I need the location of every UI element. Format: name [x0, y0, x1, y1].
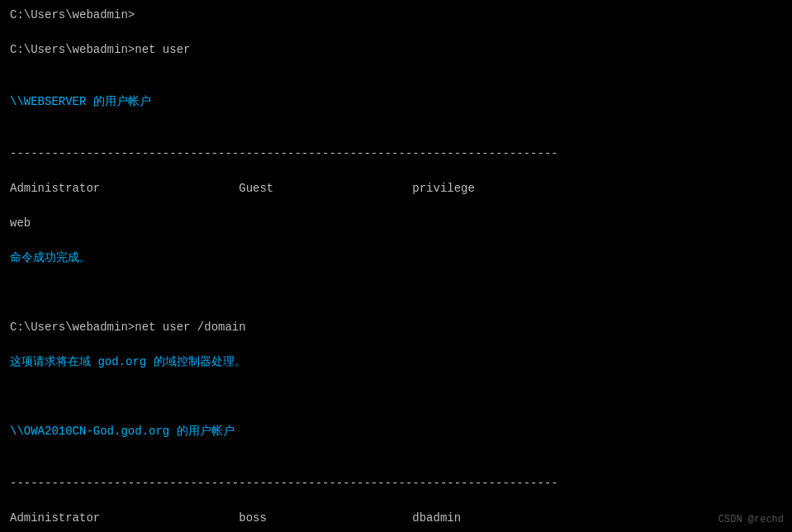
watermark: CSDN @rechd	[718, 512, 784, 527]
terminal-line: ----------------------------------------…	[10, 475, 782, 492]
terminal-line: web	[10, 215, 782, 232]
terminal-output: C:\Users\webadmin> C:\Users\webadmin>net…	[10, 7, 782, 532]
terminal-line: 这项请求将在域 god.org 的域控制器处理。	[10, 354, 782, 371]
terminal-line: Administrator Guest privilege	[10, 180, 782, 197]
terminal-line: C:\Users\webadmin>net user	[10, 41, 782, 59]
terminal-line: 命令成功完成。	[10, 249, 782, 267]
terminal-line: \\WEBSERVER 的用户帐户	[10, 93, 782, 111]
terminal-line: Administrator boss dbadmin	[10, 510, 782, 527]
terminal-line: C:\Users\webadmin>	[10, 7, 782, 24]
terminal-line: C:\Users\webadmin>net user /domain	[10, 319, 782, 336]
terminal-line: \\OWA2010CN-God.god.org 的用户帐户	[10, 423, 782, 440]
terminal-window: C:\Users\webadmin> C:\Users\webadmin>net…	[10, 7, 782, 532]
terminal-line: ----------------------------------------…	[10, 145, 782, 163]
